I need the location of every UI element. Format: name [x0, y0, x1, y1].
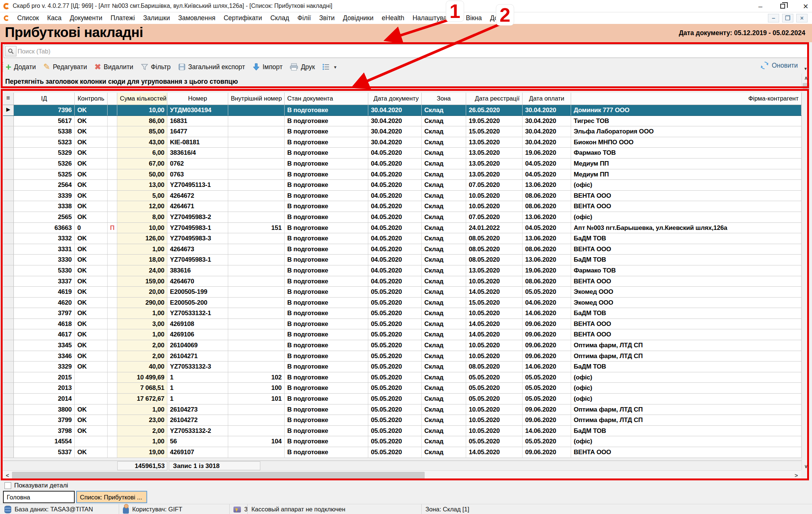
cell-doc: 05.05.2020: [368, 329, 422, 340]
table-row[interactable]: 2565OK8,00YZ70495983-2В подготовке04.05.…: [3, 212, 802, 223]
restore-button[interactable]: [780, 4, 785, 9]
table-row[interactable]: 636630П10,00YZ70495983-1151В подготовке0…: [3, 223, 802, 234]
table-row[interactable]: 3346OK2,0026104271В подготовке05.05.2020…: [3, 351, 802, 362]
table-row[interactable]: 4618OK3,004269108В подготовке05.05.2020С…: [3, 319, 802, 330]
table-row[interactable]: 4617OK1,004269106В подготовке05.05.2020С…: [3, 329, 802, 340]
cell-id: 3800: [14, 404, 75, 415]
table-row[interactable]: 145541,0056104В подготовке05.05.2020Скла…: [3, 436, 802, 447]
column-header-firm[interactable]: Фірма-контрагент: [571, 93, 802, 105]
column-header-id[interactable]: ІД: [14, 93, 75, 105]
table-row[interactable]: 4619OK20,00E200505-199В подготовке05.05.…: [3, 287, 802, 298]
table-row[interactable]: 5329OK6,00383616/4В подготовке04.05.2020…: [3, 148, 802, 158]
column-header-pay[interactable]: Дата оплати: [523, 93, 571, 105]
add-button[interactable]: + Додати: [6, 63, 36, 71]
table-row[interactable]: ▶7396OK10,00УТДМ0304194В подготовке30.04…: [3, 105, 802, 116]
table-row[interactable]: 3332OK126,00YZ70495983-3В подготовке04.0…: [3, 233, 802, 244]
menu-item[interactable]: Довідники: [339, 14, 378, 22]
table-row[interactable]: 5323OK43,00KIE-08181В подготовке30.04.20…: [3, 137, 802, 148]
table-row[interactable]: 20137 068,511100В подготовке05.05.2020Ск…: [3, 383, 802, 394]
cell-pay: 08.06.2020: [523, 244, 571, 255]
menu-item[interactable]: Звіти: [315, 14, 339, 22]
menu-item[interactable]: Налаштування: [408, 14, 462, 22]
vertical-scroll-thumb[interactable]: [803, 83, 809, 90]
minimize-button[interactable]: –: [758, 3, 762, 10]
column-header-p[interactable]: [108, 93, 117, 105]
mdi-minimize-button[interactable]: –: [768, 14, 779, 22]
menu-item[interactable]: Документи: [66, 14, 106, 22]
column-header-control[interactable]: Контроль: [75, 93, 108, 105]
column-header-reg[interactable]: Дата реєстрації: [466, 93, 523, 105]
table-row[interactable]: 5338OK85,0016477В подготовке30.04.2020Ск…: [3, 126, 802, 137]
scroll-down-icon[interactable]: ∨: [802, 462, 810, 470]
table-row[interactable]: 3338OK12,004264671В подготовке04.05.2020…: [3, 201, 802, 212]
table-row[interactable]: 3329OK40,00YZ70533132-3В подготовке05.05…: [3, 361, 802, 372]
scroll-up-icon[interactable]: ∧: [802, 74, 810, 82]
column-chooser-icon[interactable]: ≣: [3, 93, 14, 105]
cell-reg: 13.05.2020: [466, 148, 523, 158]
table-row[interactable]: 201510 499,691102В подготовке05.05.2020С…: [3, 372, 802, 383]
close-button[interactable]: ×: [803, 2, 808, 11]
delete-button[interactable]: ✖ Видалити: [94, 62, 133, 71]
menu-item[interactable]: Довідка: [486, 14, 518, 22]
column-header-state[interactable]: Стан документа: [285, 93, 368, 105]
cell-ind: [3, 361, 14, 372]
filter-button[interactable]: Фільтр: [141, 63, 171, 71]
menu-item[interactable]: Платежі: [106, 14, 139, 22]
checkbox-icon[interactable]: [4, 482, 11, 489]
table-row[interactable]: 3345OK2,0026104069В подготовке05.05.2020…: [3, 340, 802, 351]
table-row[interactable]: 3800OK1,0026104273В подготовке05.05.2020…: [3, 404, 802, 415]
table-row[interactable]: 5325OK50,000763В подготовке04.05.2020Скл…: [3, 169, 802, 180]
import-button[interactable]: Імпорт: [252, 63, 282, 71]
vertical-scrollbar[interactable]: ∧ ∨: [802, 74, 810, 470]
column-header-number[interactable]: Номер: [167, 93, 228, 105]
tab-list-incoming[interactable]: Список: Прибуткові ...: [76, 491, 147, 503]
export-button[interactable]: Загальний експорт: [178, 63, 245, 71]
table-row[interactable]: 3330OK18,00YZ70495983-1В подготовке04.05…: [3, 255, 802, 265]
table-row[interactable]: 3799OK23,0026104272В подготовке05.05.202…: [3, 415, 802, 426]
table-row[interactable]: 3331OK1,004264673В подготовке04.05.2020С…: [3, 244, 802, 255]
view-options-button[interactable]: ▾: [322, 64, 337, 70]
menu-item[interactable]: Вікна: [462, 14, 486, 22]
search-box[interactable]: [4, 44, 808, 58]
table-row[interactable]: 5330OK24,00383616В подготовке04.05.2020С…: [3, 265, 802, 276]
menu-item[interactable]: Залишки: [139, 14, 174, 22]
menu-item[interactable]: Список: [13, 14, 43, 22]
bottom-panel: Показувати деталі Головна Список: Прибут…: [0, 480, 812, 514]
menu-item[interactable]: eHealth: [378, 14, 408, 22]
menu-item[interactable]: Філії: [293, 14, 315, 22]
table-row[interactable]: 3337OK159,004264670В подготовке04.05.202…: [3, 276, 802, 287]
cell-pay: 30.04.2020: [523, 126, 571, 137]
column-header-internal[interactable]: Внутрішній номер: [228, 93, 285, 105]
table-row[interactable]: 2564OK13,00YZ70495113-1В подготовке04.05…: [3, 180, 802, 191]
menu-item[interactable]: Замовлення: [174, 14, 220, 22]
table-row[interactable]: 4620OK290,00E200505-200В подготовке05.05…: [3, 298, 802, 308]
edit-button[interactable]: ✎ Редагувати: [43, 62, 87, 72]
column-header-zone[interactable]: Зона: [422, 93, 466, 105]
horizontal-scroll-thumb[interactable]: [12, 472, 425, 479]
scroll-left-icon[interactable]: <: [3, 472, 12, 478]
column-header-qty[interactable]: Сума кількостей: [117, 93, 167, 105]
tab-main[interactable]: Головна: [3, 491, 75, 503]
horizontal-scrollbar[interactable]: < >: [3, 470, 801, 480]
show-details-checkbox[interactable]: Показувати деталі: [4, 482, 68, 489]
print-button[interactable]: Друк: [290, 63, 315, 71]
mdi-restore-button[interactable]: ❐: [782, 14, 793, 22]
table-row[interactable]: 3798OK2,00YZ70533132-2В подготовке05.05.…: [3, 426, 802, 437]
menu-item[interactable]: Сертифікати: [220, 14, 266, 22]
refresh-button[interactable]: Оновити: [760, 61, 798, 70]
table-row[interactable]: 5326OK67,000762В подготовке04.05.2020Скл…: [3, 158, 802, 169]
table-row[interactable]: 201417 672,671101В подготовке05.05.2020С…: [3, 394, 802, 404]
search-input[interactable]: [18, 48, 807, 55]
menu-item[interactable]: Каса: [43, 14, 65, 22]
table-row[interactable]: 3339OK5,004264672В подготовке04.05.2020С…: [3, 191, 802, 201]
table-row[interactable]: 3797OK1,00YZ70533132-1В подготовке05.05.…: [3, 308, 802, 319]
search-icon[interactable]: [5, 46, 16, 56]
column-header-doc[interactable]: Дата документу: [368, 93, 422, 105]
table-row[interactable]: 5617OK86,0016831В подготовке30.04.2020Ск…: [3, 116, 802, 127]
refresh-dropdown-caret[interactable]: ▾: [804, 66, 807, 71]
toolbar-grip[interactable]: [1, 62, 3, 72]
menu-item[interactable]: Склад: [266, 14, 294, 22]
table-row[interactable]: 5337OK19,004269107В подготовке05.05.2020…: [3, 447, 802, 458]
scroll-right-icon[interactable]: >: [792, 472, 801, 478]
mdi-close-button[interactable]: ×: [796, 14, 808, 22]
